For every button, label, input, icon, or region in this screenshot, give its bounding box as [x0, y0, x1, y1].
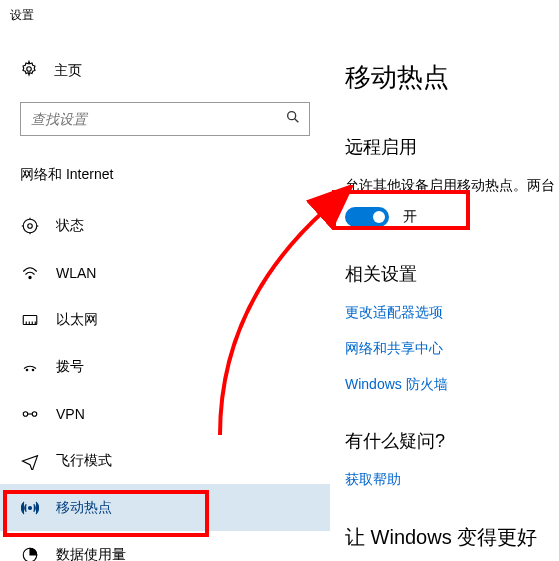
search-box[interactable]: [20, 102, 310, 136]
ethernet-icon: [20, 311, 40, 329]
nav-label: 状态: [56, 217, 84, 235]
svg-point-17: [23, 411, 28, 416]
nav-label: 数据使用量: [56, 546, 126, 562]
svg-point-18: [32, 411, 37, 416]
dialup-icon: [20, 358, 40, 376]
page-title: 移动热点: [345, 60, 559, 95]
related-settings-header: 相关设置: [345, 262, 559, 286]
improve-header: 让 Windows 变得更好: [345, 524, 559, 551]
svg-point-9: [29, 276, 31, 278]
nav-label: 移动热点: [56, 499, 112, 517]
data-usage-icon: [20, 546, 40, 562]
nav-label: 飞行模式: [56, 452, 112, 470]
nav-airplane[interactable]: 飞行模式: [0, 437, 330, 484]
nav-vpn[interactable]: VPN: [0, 390, 330, 437]
toggle-knob: [373, 211, 385, 223]
remote-enable-toggle[interactable]: [345, 207, 389, 227]
svg-point-3: [23, 219, 37, 233]
svg-point-20: [29, 506, 32, 509]
remote-enable-desc: 允许其他设备启用移动热点。两台: [345, 177, 559, 195]
category-header: 网络和 Internet: [0, 166, 330, 202]
nav-data-usage[interactable]: 数据使用量: [0, 531, 330, 561]
remote-enable-header: 远程启用: [345, 135, 559, 159]
window-title: 设置: [10, 7, 34, 24]
link-windows-firewall[interactable]: Windows 防火墙: [345, 376, 559, 394]
link-get-help[interactable]: 获取帮助: [345, 471, 559, 489]
hotspot-icon: [20, 499, 40, 517]
window-titlebar: 设置: [0, 0, 559, 30]
nav-label: VPN: [56, 406, 85, 422]
svg-point-1: [288, 112, 296, 120]
nav-label: WLAN: [56, 265, 96, 281]
airplane-icon: [20, 452, 40, 470]
search-icon: [285, 109, 301, 129]
svg-line-2: [295, 119, 299, 123]
nav-label: 以太网: [56, 311, 98, 329]
wifi-icon: [20, 264, 40, 282]
vpn-icon: [20, 405, 40, 423]
nav-hotspot[interactable]: 移动热点: [0, 484, 330, 531]
svg-point-4: [28, 223, 33, 228]
toggle-label: 开: [403, 208, 417, 226]
status-icon: [20, 217, 40, 235]
search-input[interactable]: [21, 103, 275, 135]
gear-icon: [20, 60, 38, 82]
content-pane: 移动热点 远程启用 允许其他设备启用移动热点。两台 开 相关设置 更改适配器选项…: [330, 30, 559, 561]
link-adapter-options[interactable]: 更改适配器选项: [345, 304, 559, 322]
svg-point-15: [26, 369, 28, 371]
home-button[interactable]: 主页: [0, 50, 330, 102]
help-header: 有什么疑问?: [345, 429, 559, 453]
nav-ethernet[interactable]: 以太网: [0, 296, 330, 343]
nav-wlan[interactable]: WLAN: [0, 249, 330, 296]
link-network-sharing[interactable]: 网络和共享中心: [345, 340, 559, 358]
home-label: 主页: [54, 62, 82, 80]
nav-label: 拨号: [56, 358, 84, 376]
nav-dialup[interactable]: 拨号: [0, 343, 330, 390]
sidebar: 主页 网络和 Internet 状态: [0, 30, 330, 561]
svg-point-0: [27, 67, 32, 72]
nav-status[interactable]: 状态: [0, 202, 330, 249]
svg-point-16: [32, 369, 34, 371]
